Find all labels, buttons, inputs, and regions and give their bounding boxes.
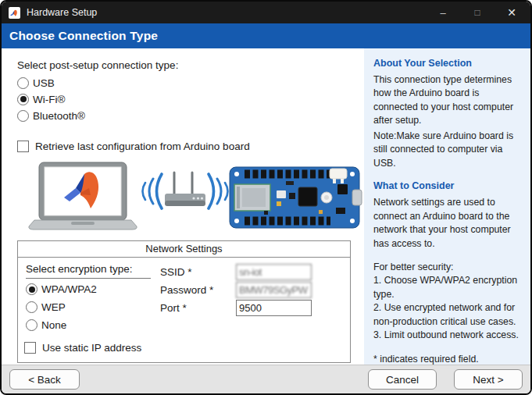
usb-radio[interactable] <box>17 77 29 89</box>
ssid-label: SSID * <box>160 266 236 278</box>
radio-option-usb[interactable]: USB <box>17 75 364 91</box>
router-icon <box>165 173 205 206</box>
window-controls: – □ ✕ <box>426 2 530 23</box>
about-selection-heading: About Your Selection <box>373 58 523 69</box>
wpa-radio[interactable] <box>26 283 37 295</box>
wep-radio[interactable] <box>26 301 37 313</box>
password-label: Password * <box>160 284 236 296</box>
security-item-3: 3. Limit outbound network access. <box>373 329 523 342</box>
static-ip-label: Use static IP address <box>42 342 141 354</box>
static-ip-checkbox[interactable] <box>24 342 36 354</box>
radio-option-none[interactable]: None <box>26 318 157 333</box>
hardware-setup-window: Hardware Setup – □ ✕ Choose Connection T… <box>0 0 532 395</box>
security-item-2: 2. Use encrypted network and for non-pro… <box>373 301 523 329</box>
wep-radio-label: WEP <box>41 301 66 313</box>
security-item-1: 1. Choose WPA/WPA2 encryption type. <box>373 274 523 301</box>
what-to-consider-body: Network settings are used to connect an … <box>373 196 523 251</box>
close-icon[interactable]: ✕ <box>495 2 529 23</box>
window-title: Hardware Setup <box>27 7 426 18</box>
static-ip-row[interactable]: Use static IP address <box>24 340 350 354</box>
footer-bar: < Back Cancel Next > <box>2 365 530 393</box>
help-sidebar: About Your Selection This connection typ… <box>364 48 530 365</box>
retrieve-config-checkbox[interactable] <box>17 141 29 152</box>
what-to-consider-heading: What to Consider <box>373 180 523 191</box>
retrieve-config-label: Retrieve last configuration from Arduino… <box>35 141 250 152</box>
radio-option-wifi[interactable]: Wi-Fi® <box>17 91 364 107</box>
back-button[interactable]: < Back <box>9 369 80 390</box>
wifi-radio[interactable] <box>17 94 29 105</box>
port-label: Port * <box>160 302 236 314</box>
none-radio[interactable] <box>26 319 37 331</box>
none-radio-label: None <box>41 319 66 331</box>
arduino-board-icon <box>230 167 362 228</box>
wifi-signal-left-icon <box>143 174 162 208</box>
ssid-input[interactable] <box>236 264 312 280</box>
required-field-note: * indicates required field. <box>373 353 523 365</box>
radio-option-bluetooth[interactable]: Bluetooth® <box>17 108 364 123</box>
security-intro: For better security: <box>373 261 523 274</box>
retrieve-config-row[interactable]: Retrieve last configuration from Arduino… <box>17 139 364 153</box>
connection-type-label: Select post-setup connection type: <box>17 59 364 71</box>
port-input[interactable] <box>236 300 312 316</box>
network-settings-title: Network Settings <box>18 241 350 258</box>
page-header: Choose Connection Type <box>2 23 530 48</box>
bluetooth-radio-label: Bluetooth® <box>33 110 85 122</box>
password-input[interactable] <box>236 282 312 298</box>
radio-option-wpa[interactable]: WPA/WPA2 <box>26 282 157 297</box>
wifi-radio-label: Wi-Fi® <box>33 94 65 105</box>
page-title: Choose Connection Type <box>9 29 158 43</box>
main-panel: Select post-setup connection type: USB W… <box>2 48 364 365</box>
title-bar: Hardware Setup – □ ✕ <box>2 2 530 23</box>
matlab-app-icon <box>9 7 20 19</box>
about-selection-body: This connection type determines how the … <box>373 73 523 128</box>
cancel-button[interactable]: Cancel <box>368 369 437 390</box>
laptop-icon <box>29 162 137 230</box>
network-settings-panel: Network Settings Select encryption type:… <box>17 240 351 363</box>
next-button[interactable]: Next > <box>454 369 523 390</box>
usb-radio-label: USB <box>33 77 55 89</box>
radio-option-wep[interactable]: WEP <box>26 300 157 315</box>
wifi-signal-right-icon <box>209 174 228 208</box>
maximize-icon[interactable]: □ <box>460 2 495 23</box>
about-selection-note: Note:Make sure Arduino board is still co… <box>373 130 523 170</box>
wpa-radio-label: WPA/WPA2 <box>41 283 97 295</box>
encryption-type-label: Select encryption type: <box>26 263 151 279</box>
connection-illustration <box>28 161 364 235</box>
minimize-icon[interactable]: – <box>426 2 460 23</box>
bluetooth-radio[interactable] <box>17 110 29 122</box>
